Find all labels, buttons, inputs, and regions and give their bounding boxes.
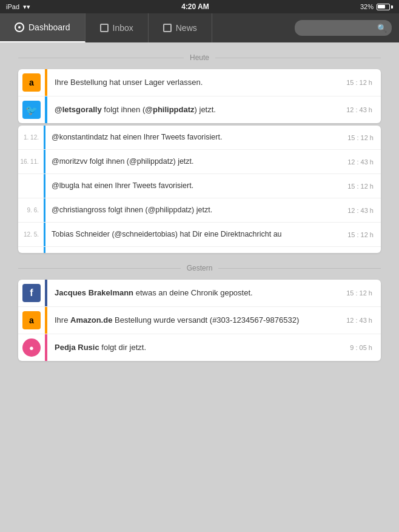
- notification-item-facebook: f Jacques Brakelmann etwas an deine Chro…: [18, 280, 381, 307]
- twitter-icon: 🐦: [22, 101, 41, 119]
- tab-news-label: News: [176, 23, 197, 33]
- search-container: 🔍: [295, 13, 399, 42]
- group-suffix-1: folgt ihnen (@philippdatz) jetzt.: [90, 157, 194, 166]
- search-icon: 🔍: [377, 24, 387, 33]
- status-right: 32%: [360, 3, 393, 10]
- device-name: iPad: [6, 3, 19, 10]
- tab-news[interactable]: News: [149, 13, 212, 42]
- status-left: iPad ▾▾: [6, 3, 30, 11]
- amazon2-notification-time: 12 : 43 h: [346, 317, 381, 324]
- group-time-2: 15 : 12 h: [347, 183, 381, 190]
- tab-inbox-label: Inbox: [113, 23, 133, 33]
- group-date-1: 16. 11.: [18, 158, 44, 166]
- group-date-4: 12. 5.: [18, 231, 44, 238]
- amazon2-text-suffix: Bestellung wurde versandt (#303-1234567-…: [115, 315, 299, 325]
- grouped-item-5: 8. 2. @moritzvv folgt ihnen (@philippdat…: [18, 247, 381, 253]
- notification-item-amazon2: a Ihre Amazon.de Bestellung wurde versan…: [18, 307, 381, 334]
- search-box[interactable]: 🔍: [295, 20, 392, 36]
- today-notification-list: a Ihre Bestellung hat unser Lager verlas…: [18, 69, 381, 123]
- tab-dashboard-label: Dashboard: [29, 22, 70, 32]
- news-icon: [163, 24, 172, 32]
- group-bold-2: @lbugla: [52, 181, 79, 190]
- group-text-1: @moritzvv folgt ihnen (@philippdatz) jet…: [45, 152, 347, 172]
- yesterday-notification-list: f Jacques Brakelmann etwas an deine Chro…: [18, 280, 381, 361]
- tab-bar: Dashboard Inbox News 🔍: [0, 13, 399, 42]
- status-time: 4:20 AM: [181, 2, 209, 11]
- group-text-2: @lbugla hat einen Ihrer Tweets favorisie…: [45, 176, 347, 197]
- group-text-3: @christiangross folgt ihnen (@philippdat…: [45, 200, 347, 221]
- notification-item-twitter: 🐦 @letsgorally folgt ihnen (@philippdatz…: [18, 96, 381, 123]
- group-suffix-2: hat einen Ihrer Tweets favorisiert.: [82, 181, 194, 190]
- facebook-user: Jacques Brakelmann: [55, 288, 133, 297]
- amazon2-icon-container: a: [18, 307, 45, 334]
- grouped-item-2: @lbugla hat einen Ihrer Tweets favorisie…: [18, 174, 381, 198]
- clock-icon: [15, 22, 24, 32]
- amazon2-brand: Amazon.de: [70, 315, 112, 325]
- dribbble-notification-time: 9 : 05 h: [350, 344, 381, 351]
- dribbble-text-suffix: folgt dir jetzt.: [101, 343, 146, 352]
- grouped-notification-list: 1. 12. @konstantindatz hat einen Ihrer T…: [18, 126, 381, 253]
- tab-dashboard[interactable]: Dashboard: [0, 13, 86, 42]
- group-time-0: 15 : 12 h: [347, 134, 381, 141]
- amazon-icon: a: [22, 73, 41, 92]
- facebook-icon: f: [22, 284, 41, 302]
- group-bold-3: @christiangross: [52, 206, 106, 214]
- group-time-3: 12 : 43 h: [347, 207, 381, 214]
- dribbble-icon-container: ●: [18, 334, 45, 361]
- twitter-text-suffix: folgt ihnen (@philippdatz) jetzt.: [104, 105, 216, 114]
- dribbble-user: Pedja Rusic: [55, 343, 99, 352]
- grouped-item-0: 1. 12. @konstantindatz hat einen Ihrer T…: [18, 126, 381, 150]
- dribbble-icon: ●: [22, 338, 41, 357]
- facebook-notification-time: 15 : 12 h: [346, 289, 381, 297]
- twitter-handle: @letsgorally: [55, 105, 102, 114]
- group-text-0: @konstantindatz hat einen Ihrer Tweets f…: [45, 127, 347, 148]
- notification-item-dribbble: ● Pedja Rusic folgt dir jetzt. 9 : 05 h: [18, 334, 381, 361]
- twitter-icon-container: 🐦: [18, 96, 45, 123]
- battery-percent: 32%: [360, 3, 374, 10]
- grouped-twitter-wrapper: 1. 12. @konstantindatz hat einen Ihrer T…: [18, 126, 381, 253]
- group-time-4: 15 : 12 h: [347, 231, 381, 238]
- amazon-icon-container: a: [18, 69, 45, 96]
- amazon2-icon: a: [22, 311, 41, 329]
- group-text-5: @moritzvv folgt ihnen (@philippdatz) jet…: [45, 249, 347, 253]
- amazon2-text-prefix: Ihre: [55, 315, 70, 325]
- section-header-gestern: Gestern: [18, 264, 381, 272]
- facebook-icon-container: f: [18, 280, 45, 306]
- grouped-item-1: 16. 11. @moritzvv folgt ihnen (@philippd…: [18, 150, 381, 174]
- group-date-0: 1. 12.: [18, 133, 44, 141]
- battery-icon: [377, 4, 393, 10]
- group-bold-4: Tobias Schneider: [52, 230, 110, 238]
- dribbble-notification-text: Pedja Rusic folgt dir jetzt.: [47, 336, 350, 359]
- amazon2-notification-text: Ihre Amazon.de Bestellung wurde versandt…: [47, 309, 346, 332]
- group-bold-0: @konstantindatz: [52, 133, 108, 141]
- status-bar: iPad ▾▾ 4:20 AM 32%: [0, 0, 399, 13]
- wifi-icon: ▾▾: [23, 3, 30, 11]
- tab-inbox[interactable]: Inbox: [86, 13, 149, 42]
- group-suffix-0: hat einen Ihrer Tweets favorisiert.: [110, 133, 223, 141]
- group-date-3: 9. 6.: [18, 206, 44, 214]
- main-content: Heute a Ihre Bestellung hat unser Lager …: [0, 42, 399, 532]
- group-suffix-4: (@schneidertobias) hat Dir eine Direktna…: [112, 230, 281, 238]
- section-gestern-label: Gestern: [187, 264, 213, 272]
- facebook-notification-text: Jacques Brakelmann etwas an deine Chroni…: [47, 281, 346, 305]
- group-bold-1: @moritzvv: [52, 157, 87, 166]
- section-header-heute: Heute: [18, 53, 381, 62]
- group-suffix-3: folgt ihnen (@philippdatz) jetzt.: [108, 206, 212, 214]
- notification-item-amazon: a Ihre Bestellung hat unser Lager verlas…: [18, 69, 381, 96]
- amazon-notification-time: 15 : 12 h: [346, 79, 381, 86]
- facebook-text-suffix: etwas an deine Chronik gepostet.: [136, 288, 253, 297]
- amazon-notification-text: Ihre Bestellung hat unser Lager verlasse…: [47, 71, 346, 94]
- group-time-1: 12 : 43 h: [347, 158, 381, 166]
- inbox-icon: [100, 24, 109, 32]
- grouped-scroll-area[interactable]: 1. 12. @konstantindatz hat einen Ihrer T…: [18, 126, 381, 253]
- amazon-text: Ihre Bestellung hat unser Lager verlasse…: [55, 78, 203, 87]
- grouped-item-4: 12. 5. Tobias Schneider (@schneidertobia…: [18, 223, 381, 247]
- section-heute-label: Heute: [190, 53, 209, 62]
- twitter-notification-time: 12 : 43 h: [346, 106, 381, 113]
- grouped-item-3: 9. 6. @christiangross folgt ihnen (@phil…: [18, 198, 381, 223]
- twitter-notification-text: @letsgorally folgt ihnen (@philippdatz) …: [47, 98, 346, 121]
- group-text-4: Tobias Schneider (@schneidertobias) hat …: [45, 224, 347, 245]
